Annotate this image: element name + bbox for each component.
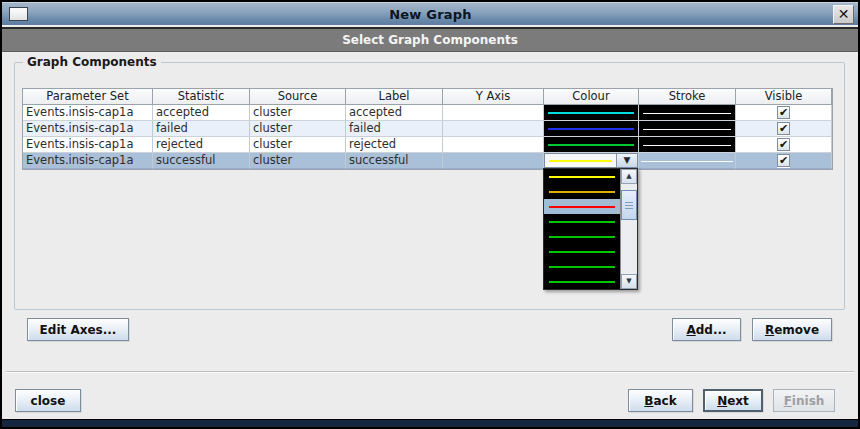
remove-label: R [765, 323, 774, 337]
cell-parameter-set[interactable]: Events.insis-cap1a [23, 137, 153, 153]
colour-swatch [544, 105, 638, 120]
col-header-source[interactable]: Source [250, 89, 346, 105]
cell-visible: ✔ [736, 137, 832, 153]
stroke-swatch [639, 153, 735, 168]
colour-dropdown: ▲ ▼ [543, 168, 638, 290]
col-header-colour[interactable]: Colour [544, 89, 639, 105]
cell-statistic[interactable]: accepted [153, 105, 250, 121]
colour-combobox[interactable]: ▼ [544, 153, 638, 168]
cell-label[interactable]: rejected [346, 137, 443, 153]
window-icon [9, 7, 28, 21]
colour-option[interactable] [544, 214, 620, 229]
colour-option-line [549, 206, 615, 208]
components-table: Parameter Set Statistic Source Label Y A… [22, 88, 833, 170]
col-header-stroke[interactable]: Stroke [639, 89, 736, 105]
cell-parameter-set[interactable]: Events.insis-cap1a [23, 153, 153, 169]
add-label: A [686, 323, 695, 337]
cell-source[interactable]: cluster [250, 105, 346, 121]
stroke-line [643, 145, 731, 146]
close-button[interactable]: close [15, 389, 81, 412]
cell-visible: ✔ [736, 121, 832, 137]
col-header-statistic[interactable]: Statistic [153, 89, 250, 105]
cell-source[interactable]: cluster [250, 137, 346, 153]
table-row[interactable]: Events.insis-cap1a accepted cluster acce… [23, 105, 832, 121]
colour-option-line [549, 191, 615, 193]
colour-option-line [549, 266, 615, 268]
cell-stroke[interactable] [639, 153, 736, 169]
cell-source[interactable]: cluster [250, 153, 346, 169]
cell-y-axis[interactable] [443, 121, 544, 137]
close-label: close [31, 394, 66, 408]
cell-y-axis[interactable] [443, 153, 544, 169]
back-button[interactable]: Back [628, 389, 693, 412]
visible-checkbox[interactable]: ✔ [777, 122, 790, 135]
button-bar-separator [6, 371, 854, 373]
scroll-up-button[interactable]: ▲ [621, 169, 637, 184]
colour-option[interactable] [544, 184, 620, 199]
table-row-selected[interactable]: Events.insis-cap1a successful cluster su… [23, 153, 832, 169]
close-icon[interactable]: ✕ [833, 5, 854, 24]
colour-swatch [544, 137, 638, 152]
col-header-y-axis[interactable]: Y Axis [443, 89, 544, 105]
up-arrow-icon: ▲ [626, 172, 631, 180]
cell-stroke[interactable] [639, 105, 736, 121]
table-row[interactable]: Events.insis-cap1a failed cluster failed… [23, 121, 832, 137]
colour-option[interactable] [544, 259, 620, 274]
colour-option-selected[interactable] [544, 199, 620, 214]
cell-statistic[interactable]: rejected [153, 137, 250, 153]
cell-colour[interactable] [544, 137, 639, 153]
cell-label[interactable]: successful [346, 153, 443, 169]
visible-checkbox[interactable]: ✔ [777, 106, 790, 119]
remove-button[interactable]: Remove [752, 318, 832, 341]
edit-axes-button[interactable]: Edit Axes... [27, 318, 129, 341]
cell-stroke[interactable] [639, 137, 736, 153]
colour-option[interactable] [544, 169, 620, 184]
stroke-swatch [639, 105, 735, 120]
combo-editor[interactable] [545, 154, 616, 167]
colour-option[interactable] [544, 229, 620, 244]
table-row[interactable]: Events.insis-cap1a rejected cluster reje… [23, 137, 832, 153]
cell-label[interactable]: failed [346, 121, 443, 137]
dropdown-scrollbar[interactable]: ▲ ▼ [620, 169, 637, 289]
cell-statistic[interactable]: successful [153, 153, 250, 169]
colour-line [548, 112, 634, 114]
cell-source[interactable]: cluster [250, 121, 346, 137]
combo-arrow-button[interactable]: ▼ [616, 154, 637, 167]
col-header-parameter-set[interactable]: Parameter Set [23, 89, 153, 105]
stroke-swatch [639, 137, 735, 152]
col-header-label[interactable]: Label [346, 89, 443, 105]
chevron-down-icon: ▼ [624, 153, 631, 168]
add-button[interactable]: Add... [672, 318, 741, 341]
colour-option[interactable] [544, 244, 620, 259]
colour-option-list [544, 169, 620, 289]
cell-y-axis[interactable] [443, 137, 544, 153]
cell-colour[interactable] [544, 121, 639, 137]
cell-label[interactable]: accepted [346, 105, 443, 121]
down-arrow-icon: ▼ [626, 277, 631, 285]
colour-option-line [549, 221, 615, 223]
next-button[interactable]: Next [703, 389, 763, 412]
col-header-visible[interactable]: Visible [736, 89, 832, 105]
cell-visible: ✔ [736, 105, 832, 121]
visible-checkbox[interactable]: ✔ [777, 154, 790, 167]
cell-colour[interactable] [544, 105, 639, 121]
cell-statistic[interactable]: failed [153, 121, 250, 137]
cell-parameter-set[interactable]: Events.insis-cap1a [23, 105, 153, 121]
colour-line [548, 144, 634, 146]
colour-option[interactable] [544, 274, 620, 289]
edit-axes-label: Edit Axes... [40, 323, 117, 337]
visible-checkbox[interactable]: ✔ [777, 138, 790, 151]
cell-stroke[interactable] [639, 121, 736, 137]
stroke-line [643, 129, 731, 130]
new-graph-dialog: New Graph ✕ Select Graph Components Grap… [0, 0, 860, 429]
stroke-line [641, 161, 733, 162]
scroll-down-button[interactable]: ▼ [621, 274, 637, 289]
table-header-row: Parameter Set Statistic Source Label Y A… [23, 89, 832, 105]
finish-button: Finish [773, 389, 835, 412]
scrollbar-thumb[interactable] [621, 190, 637, 220]
cell-y-axis[interactable] [443, 105, 544, 121]
cell-parameter-set[interactable]: Events.insis-cap1a [23, 121, 153, 137]
group-title: Graph Components [23, 55, 161, 69]
colour-swatch [544, 121, 638, 136]
stroke-line [643, 113, 731, 114]
